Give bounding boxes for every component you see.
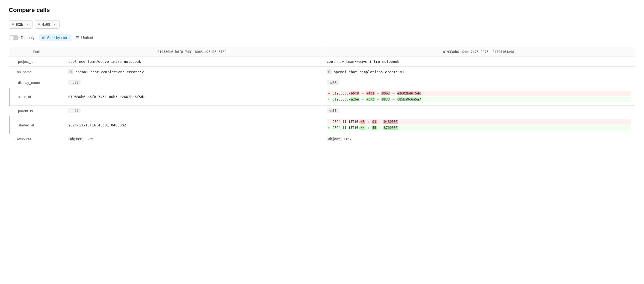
label-text-op_name: op_name (17, 70, 32, 74)
op-name-icon: ⊡ (327, 69, 332, 74)
tab-side-by-side[interactable]: ⊞ Side-by-side (39, 34, 72, 41)
col1-value-attributes: object1 key (64, 134, 322, 144)
object-key-count: 1 key (343, 137, 351, 141)
diff-added-line: +2024-11-15T16:44 : 55 . 870000Z (327, 125, 631, 131)
view-controls: Diff only ⊞ Side-by-side ☰ Unified (9, 34, 635, 41)
table-row: started_at2024-11-15T16:45:01.048000Z−20… (9, 116, 635, 134)
call1-id: f02b (16, 22, 23, 26)
object-keyword: object (327, 137, 342, 141)
row-label-attributes[interactable]: ›attributes (9, 134, 64, 144)
diff-minus-sign: − (328, 120, 331, 124)
diff-minus-sign: − (328, 91, 331, 95)
table-row: trace_id019330b6-b6f8-7431-80b3-e2602bd6… (9, 88, 635, 106)
object-key-count: 1 key (85, 137, 93, 141)
tab-unified-label: Unified (81, 36, 93, 40)
col1-value-parent_id: null (64, 106, 322, 116)
more-icon-1[interactable]: ⋮ (25, 22, 29, 27)
col2-value-started_at: −2024-11-15T16:45 : 01 . 048000Z+2024-11… (322, 116, 635, 134)
col2-value-parent_id: null (322, 106, 635, 116)
col1-value-project_id: cool-new-team/weave-intro-notebook (64, 57, 322, 67)
row-label-started_at: started_at (9, 116, 64, 134)
col1-value-started_at: 2024-11-15T16:45:01.048000Z (64, 116, 322, 134)
op-name-icon: ⊡ (68, 69, 73, 74)
label-text-display_name: display_name (18, 81, 40, 85)
diff-only-toggle[interactable] (9, 35, 19, 40)
diff-removed-line: −019330b6-b6f8 – 7431 – 80b3 – e2602bd6f… (327, 91, 631, 96)
diff-added-line: +019330b6-a2be – 7b73 – 8873 – c85ba9c6a… (327, 97, 631, 102)
col1-header: 019330b6-b6f8-7431-80b3-e25d05a6f02b (64, 47, 322, 57)
row-label-parent_id: parent_id (9, 106, 64, 116)
label-text-started_at: started_at (18, 123, 34, 127)
row-label-op_name[interactable]: ›op_name (9, 67, 64, 77)
col2-header: 019330b6-a2be-7b73-8873-c84795164a98 (322, 47, 635, 57)
toolbar: ⠿ f02b ⋮ ⠿ 4a98 ⋮ (9, 20, 635, 29)
tab-unified[interactable]: ☰ Unified (73, 34, 96, 41)
diff-removed-line: −2024-11-15T16:45 : 01 . 048000Z (327, 119, 631, 125)
drag-icon-2: ⠿ (38, 23, 40, 26)
label-text-project_id: project_id (18, 60, 33, 64)
view-tabs: ⊞ Side-by-side ☰ Unified (39, 34, 96, 41)
row-label-trace_id: trace_id (9, 88, 64, 106)
col1-value-op_name: ⊡openai.chat.completions.create:v1 (64, 67, 322, 77)
drag-icon-1: ⠿ (12, 23, 14, 26)
compare-table: Path 019330b6-b6f8-7431-80b3-e25d05a6f02… (9, 47, 635, 144)
table-row: project_idcool-new-team/weave-intro-note… (9, 57, 635, 67)
call2-badge[interactable]: ⠿ 4a98 ⋮ (35, 20, 60, 29)
table-row: display_namenullnull (9, 77, 635, 88)
call2-id: 4a98 (42, 22, 50, 26)
col1-value-trace_id: 019330b6-b6f8-7431-80b3-e2602bd6f5dc (64, 88, 322, 106)
unified-icon: ☰ (76, 36, 79, 40)
more-icon-2[interactable]: ⋮ (52, 22, 57, 27)
col-path-header: Path (9, 47, 64, 57)
tab-side-by-side-label: Side-by-side (47, 36, 68, 40)
expand-chevron-attributes[interactable]: › (14, 137, 15, 141)
diff-plus-sign: + (328, 126, 331, 130)
table-row: ›op_name⊡openai.chat.completions.create:… (9, 67, 635, 77)
col2-value-trace_id: −019330b6-b6f8 – 7431 – 80b3 – e2602bd6f… (322, 88, 635, 106)
expand-chevron-op_name[interactable]: › (14, 70, 15, 73)
row-label-display_name: display_name (9, 77, 64, 88)
row-label-project_id: project_id (9, 57, 64, 67)
table-row: ›attributesobject1 keyobject1 key (9, 134, 635, 144)
col1-value-display_name: null (64, 77, 322, 88)
page-title: Compare calls (9, 7, 635, 14)
col2-value-display_name: null (322, 77, 635, 88)
label-text-parent_id: parent_id (18, 109, 33, 113)
object-keyword: object (68, 137, 83, 141)
table-header-row: Path 019330b6-b6f8-7431-80b3-e25d05a6f02… (9, 47, 635, 57)
diff-only-label: Diff only (21, 36, 34, 40)
col2-value-attributes: object1 key (322, 134, 635, 144)
table-row: parent_idnullnull (9, 106, 635, 116)
call1-badge[interactable]: ⠿ f02b ⋮ (9, 20, 33, 29)
col2-value-op_name: ⊡openai.chat.completions.create:v1 (322, 67, 635, 77)
diff-only-control: Diff only (9, 35, 34, 40)
col2-value-project_id: cool-new-team/weave-intro-notebook (322, 57, 635, 67)
label-text-attributes: attributes (17, 137, 31, 141)
diff-plus-sign: + (328, 97, 331, 101)
label-text-trace_id: trace_id (18, 95, 31, 99)
side-by-side-icon: ⊞ (42, 36, 45, 40)
